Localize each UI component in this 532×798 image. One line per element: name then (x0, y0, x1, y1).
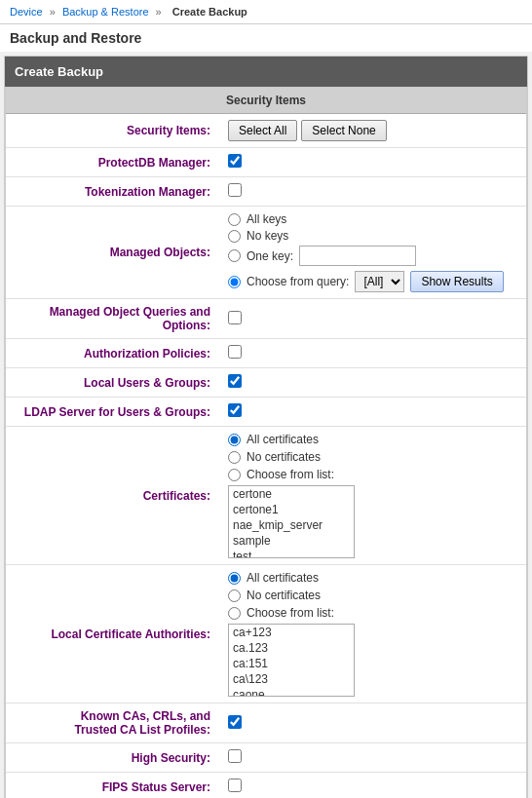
label-security-items: Security Items: (6, 114, 220, 148)
label-managed-objects: Managed Objects: (6, 207, 220, 299)
breadcrumb-device[interactable]: Device (10, 6, 43, 18)
section-header: Create Backup (5, 57, 527, 87)
label-all-certs: All certificates (247, 433, 319, 446)
query-select[interactable]: [All] (355, 271, 404, 292)
local-ca-list-item[interactable]: ca.123 (229, 640, 354, 656)
cell-managed-queries (220, 299, 526, 339)
row-ldap: LDAP Server for Users & Groups: (6, 398, 526, 427)
checkbox-managed-queries[interactable] (228, 311, 242, 324)
local-ca-list-item[interactable]: ca\123 (229, 671, 354, 687)
cert-list-item[interactable]: test (229, 549, 354, 558)
label-managed-queries: Managed Object Queries and Options: (6, 299, 220, 339)
form-table: Security Items: Select All Select None P… (6, 114, 526, 798)
breadcrumb-backup-restore[interactable]: Backup & Restore (62, 6, 149, 18)
radio-all-keys[interactable] (228, 213, 241, 226)
label-high-security: High Security: (6, 743, 220, 773)
checkbox-ldap[interactable] (228, 403, 242, 417)
label-choose-local-ca-list: Choose from list: (247, 606, 334, 620)
cert-list-item[interactable]: nae_kmip_server (229, 517, 354, 533)
select-all-button[interactable]: Select All (228, 120, 297, 141)
select-none-button[interactable]: Select None (301, 120, 386, 141)
row-local-ca: Local Certificate Authorities: All certi… (6, 565, 526, 703)
cell-certificates: All certificates No certificates Choose … (220, 427, 526, 565)
checkbox-tokenization[interactable] (228, 183, 242, 197)
local-ca-list-item[interactable]: ca:151 (229, 656, 354, 671)
row-security-items: Security Items: Select All Select None (6, 114, 526, 148)
label-tokenization: Tokenization Manager: (6, 177, 220, 207)
cell-high-security (220, 743, 526, 773)
certificates-list[interactable]: certonecertone1nae_kmip_serversampletest (228, 485, 355, 558)
radio-all-local-ca[interactable] (228, 572, 241, 585)
label-ldap: LDAP Server for Users & Groups: (6, 398, 220, 427)
local-ca-list-item[interactable]: caone (229, 687, 354, 697)
radio-choose-local-ca-list[interactable] (228, 607, 241, 620)
radio-choose-query[interactable] (228, 276, 241, 288)
cell-tokenization (220, 177, 526, 207)
cert-list-item[interactable]: certone1 (229, 502, 354, 517)
sub-section-header: Security Items (6, 88, 526, 114)
page-title: Backup and Restore (0, 24, 532, 52)
label-local-ca: Local Certificate Authorities: (6, 565, 220, 703)
radio-no-keys[interactable] (228, 230, 241, 243)
radio-no-certs[interactable] (228, 451, 241, 464)
checkbox-auth-policies[interactable] (228, 345, 242, 359)
cert-list-item[interactable]: sample (229, 533, 354, 549)
label-all-local-ca: All certificates (247, 571, 319, 585)
row-protectdb: ProtectDB Manager: (6, 148, 526, 177)
cert-list-item[interactable]: certone (229, 486, 354, 502)
label-protectdb: ProtectDB Manager: (6, 148, 220, 177)
checkbox-fips[interactable] (228, 779, 242, 792)
row-managed-queries: Managed Object Queries and Options: (6, 299, 526, 339)
label-one-key: One key: (247, 249, 293, 263)
breadcrumb-sep1: » (50, 6, 56, 18)
row-fips: FIPS Status Server: (6, 773, 526, 799)
row-high-security: High Security: (6, 743, 526, 773)
cell-known-cas (220, 703, 526, 743)
cell-local-ca: All certificates No certificates Choose … (220, 565, 526, 703)
label-local-users: Local Users & Groups: (6, 368, 220, 398)
checkbox-local-users[interactable] (228, 374, 242, 388)
breadcrumb-current: Create Backup (172, 6, 247, 18)
label-no-certs: No certificates (247, 450, 321, 464)
checkbox-known-cas[interactable] (228, 715, 242, 729)
label-auth-policies: Authorization Policies: (6, 339, 220, 368)
radio-one-key[interactable] (228, 249, 241, 262)
cell-security-items: Select All Select None (220, 114, 526, 148)
radio-choose-cert-list[interactable] (228, 469, 241, 481)
label-certificates: Certificates: (6, 427, 220, 565)
row-auth-policies: Authorization Policies: (6, 339, 526, 368)
breadcrumb-sep2: » (156, 6, 162, 18)
label-choose-query: Choose from query: (247, 275, 349, 288)
cell-managed-objects: All keys No keys One key: (220, 207, 526, 299)
label-known-cas: Known CAs, CRLs, and Trusted CA List Pro… (6, 703, 220, 743)
checkbox-high-security[interactable] (228, 749, 242, 763)
cell-ldap (220, 398, 526, 427)
row-certificates: Certificates: All certificates No certif… (6, 427, 526, 565)
local-ca-list-item[interactable]: ca+123 (229, 625, 354, 640)
show-results-button[interactable]: Show Results (410, 271, 503, 292)
cell-auth-policies (220, 339, 526, 368)
cell-protectdb (220, 148, 526, 177)
label-no-keys: No keys (247, 229, 288, 243)
radio-no-local-ca[interactable] (228, 589, 241, 602)
local-ca-list[interactable]: ca+123ca.123ca:151ca\123caone (228, 624, 355, 697)
checkbox-protectdb[interactable] (228, 154, 242, 168)
cell-fips (220, 773, 526, 799)
cell-local-users (220, 368, 526, 398)
row-tokenization: Tokenization Manager: (6, 177, 526, 207)
row-managed-objects: Managed Objects: All keys No keys (6, 207, 526, 299)
row-known-cas: Known CAs, CRLs, and Trusted CA List Pro… (6, 703, 526, 743)
row-local-users: Local Users & Groups: (6, 368, 526, 398)
label-no-local-ca: No certificates (247, 589, 321, 602)
label-choose-cert-list: Choose from list: (247, 468, 334, 481)
one-key-input[interactable] (299, 246, 416, 266)
breadcrumb: Device » Backup & Restore » Create Backu… (0, 0, 532, 24)
radio-all-certs[interactable] (228, 434, 241, 446)
label-fips: FIPS Status Server: (6, 773, 220, 799)
label-all-keys: All keys (247, 212, 286, 226)
